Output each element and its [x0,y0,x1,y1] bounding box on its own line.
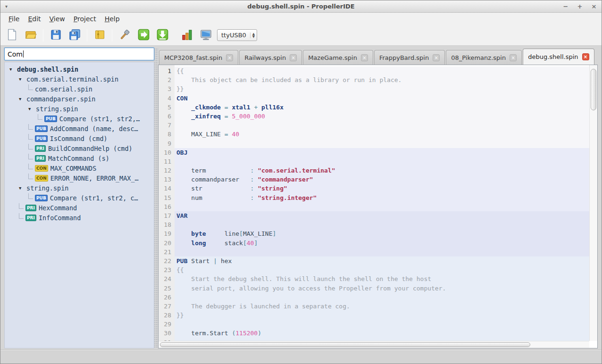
menu-file[interactable]: File [4,14,24,24]
maximize-button[interactable]: + [576,3,584,10]
panel-splitter[interactable] [154,49,158,347]
tree-connector [28,124,33,130]
code-line[interactable]: num : "string.integer" [175,193,589,202]
toolbar-separator [87,29,87,41]
code-line[interactable]: term.Start (115200) [175,329,589,338]
tree-expander-icon[interactable]: ▼ [9,67,15,72]
code-line[interactable]: VAR [175,211,589,220]
tab-close-icon[interactable]: × [433,54,440,61]
search-input[interactable]: Com [4,48,154,60]
serial-port-select[interactable]: ttyUSB0▲▼ [217,29,257,41]
code-line[interactable]: _xinfreq = 5_000_000 [175,112,589,121]
tree-item[interactable]: PUBAddCommand (name, desc… [5,124,154,133]
code-line[interactable]: }} [175,311,589,320]
toolbar: ttyUSB0▲▼ [0,25,602,46]
tree-item[interactable]: PUBIsCommand (cmd) [5,133,154,143]
code-area[interactable]: {{ This object can be included as a libr… [175,65,589,341]
minimize-button[interactable]: − [562,3,569,10]
code-line[interactable]: byte line[MAX_LINE] [175,229,589,238]
menu-help[interactable]: Help [100,14,124,24]
tree-item[interactable]: PRIBuildCommandHelp (cmd) [5,143,154,153]
code-editor[interactable]: 1234567891011121314151617181920212223242… [158,65,598,348]
tree-item[interactable]: PUBCompare (str1, str2,… [5,114,154,124]
serial-terminal-chart-button[interactable] [178,27,195,44]
code-line[interactable] [175,121,589,130]
code-line[interactable]: term : "com.serial.terminal" [175,166,589,175]
vertical-scrollbar-thumb[interactable] [591,69,596,110]
download-button[interactable] [154,27,171,44]
code-line[interactable]: str : "string" [175,184,589,193]
code-line[interactable] [175,157,589,166]
code-line[interactable]: Start the debug shell. This will launch … [175,274,589,283]
code-token-text: line [206,230,239,237]
tab-mazegame-spin[interactable]: MazeGame.spin× [303,50,373,65]
code-line[interactable]: OBJ [175,148,589,157]
code-line[interactable]: MAX_LINE = 40 [175,130,589,139]
code-line[interactable]: {{ [175,66,589,75]
tree-item[interactable]: ▼commandparser.spin [5,94,154,104]
code-line[interactable] [175,248,589,256]
spinner-arrows-icon[interactable]: ▲▼ [250,33,255,38]
archive-project-button[interactable] [91,27,108,44]
tree-item[interactable]: PRIInfoCommand [5,213,154,223]
tab-close-icon[interactable]: × [361,54,368,61]
code-line[interactable]: serial port, allowing you to access the … [175,284,589,293]
tree-item[interactable]: PRIMatchCommand (s) [5,153,154,163]
menu-project[interactable]: Project [69,14,100,24]
tree-item[interactable]: com.serial.spin [5,84,154,94]
tab-close-icon[interactable]: × [582,53,589,60]
code-line[interactable]: long stack[40] [175,239,589,248]
title-bar[interactable]: ▾ debug.shell.spin - PropellerIDE − + × [0,0,602,13]
tree-item[interactable]: CONMAX_COMMANDS [5,163,154,173]
run-button[interactable] [135,27,152,44]
horizontal-scrollbar-thumb[interactable] [160,342,530,347]
tree-expander-icon[interactable]: ▼ [19,97,24,101]
line-number: 22 [159,256,175,265]
window-menu-icon[interactable]: ▾ [5,4,8,9]
code-token-operator: [ [239,230,243,237]
tab-railways-spin[interactable]: Railways.spin× [239,50,302,65]
code-line[interactable] [175,202,589,211]
tab-close-icon[interactable]: × [226,54,233,61]
menu-edit[interactable]: Edit [24,14,45,24]
code-line[interactable] [175,293,589,302]
tree-expander-icon[interactable]: ▼ [19,186,24,190]
tab-frappybard-spin[interactable]: FrappyBard.spin× [374,50,445,65]
tree-item[interactable]: ▼com.serial.terminal.spin [5,74,154,84]
tree-item[interactable]: PRIHexCommand [5,203,154,213]
code-line[interactable]: PUB Start | hex [175,256,589,265]
code-line[interactable]: }} [175,84,589,93]
tab-close-icon[interactable]: × [510,54,517,61]
code-line[interactable] [175,139,589,148]
tab-debug-shell-spin[interactable]: debug.shell.spin× [523,49,594,65]
open-button[interactable] [22,27,39,44]
code-line[interactable]: This object can be included as a library… [175,75,589,84]
memory-map-monitor-button[interactable] [197,27,214,44]
tree-item[interactable]: PUBCompare (str1, str2, c… [5,193,154,203]
build-button[interactable] [116,27,133,44]
tree-item[interactable]: CONERROR_NONE, ERROR_MAX_… [5,173,154,183]
tree-item[interactable]: ▼debug.shell.spin [5,64,154,74]
new-file-button[interactable] [3,27,20,44]
tree-item[interactable]: ▼string.spin [5,104,154,114]
save-button[interactable] [47,27,64,44]
code-line[interactable] [175,320,589,329]
tree-expander-icon[interactable]: ▼ [28,107,33,111]
vertical-scrollbar[interactable] [589,65,597,341]
tab-mcp3208-fast-spin[interactable]: MCP3208_fast.spin× [159,50,238,65]
code-line[interactable]: commandparser : "commandparser" [175,175,589,184]
code-line[interactable]: {{ [175,265,589,274]
code-line[interactable] [175,220,589,229]
menu-view[interactable]: View [45,14,69,24]
close-button[interactable]: × [590,3,598,10]
tab-08-pikemanz-spin[interactable]: 08_Pikemanz.spin× [446,50,522,65]
code-line[interactable]: _clkmode = xtal1 + pll16x [175,103,589,112]
save-all-button[interactable] [66,27,83,44]
horizontal-scrollbar[interactable] [159,341,589,348]
tab-close-icon[interactable]: × [290,54,297,61]
save-all-icon [68,28,81,42]
code-line[interactable]: The debugger is launched in a separate c… [175,302,589,311]
code-line[interactable]: CON [175,94,589,103]
tree-item[interactable]: ▼string.spin [5,183,154,193]
tree-expander-icon[interactable]: ▼ [19,77,24,82]
